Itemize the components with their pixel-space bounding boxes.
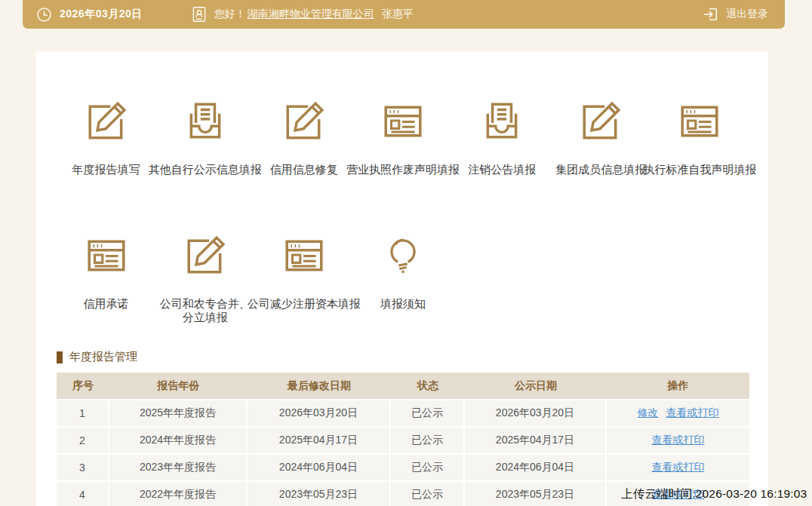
- column-header-modified-date: 最后修改日期: [248, 373, 391, 399]
- cell-modified-date: 2025年04月17日: [248, 428, 391, 453]
- cell-actions: 查看或打印: [607, 428, 749, 453]
- section-title-text: 年度报告管理: [69, 350, 137, 364]
- cell-modified-date: 2026年03月20日: [248, 400, 391, 426]
- cell-actions: 修改查看或打印: [607, 400, 749, 426]
- table-row: 12025年年度报告2026年03月20日已公示2026年03月20日修改查看或…: [57, 400, 749, 426]
- logout-button[interactable]: 退出登录: [702, 5, 785, 23]
- cell-status: 已公示: [391, 482, 465, 506]
- shortcut-label: 公司和农专合并、分立填报: [155, 297, 254, 324]
- shortcut-item[interactable]: 信用承诺: [57, 231, 155, 324]
- shortcut-label: 其他自行公示信息填报: [149, 163, 262, 176]
- edit-icon: [282, 97, 326, 146]
- edit-icon: [85, 97, 128, 146]
- cell-serial: 2: [57, 428, 109, 453]
- shortcut-item[interactable]: 信用信息修复: [254, 97, 353, 176]
- shortcut-item[interactable]: 营业执照作废声明填报: [353, 97, 452, 176]
- shortcut-label: 营业执照作废声明填报: [346, 163, 460, 176]
- main-card: 年度报告填写 其他自行公示信息填报 信用信息修复 营业执照作废声明填报 注销公告…: [36, 51, 768, 506]
- upload-time-watermark: 上传云端时间:2026-03-20 16:19:03: [621, 486, 807, 502]
- table-row: 22024年年度报告2025年04月17日已公示2025年04月17日查看或打印: [57, 428, 749, 453]
- column-header-serial: 序号: [57, 373, 109, 399]
- cell-actions: 查看或打印: [607, 455, 749, 480]
- cell-status: 已公示: [391, 455, 465, 480]
- column-header-report-year: 报告年份: [109, 373, 248, 399]
- shortcut-item[interactable]: 其他自行公示信息填报: [155, 97, 254, 176]
- shortcut-label: 信用信息修复: [270, 163, 338, 176]
- operator-name: 张惠平: [382, 8, 414, 21]
- shortcut-label: 填报须知: [380, 297, 426, 311]
- cell-report-year: 2025年年度报告: [109, 400, 248, 426]
- shortcut-label: 注销公告填报: [468, 163, 536, 176]
- cell-report-year: 2023年年度报告: [109, 455, 248, 480]
- shortcut-item[interactable]: 填报须知: [353, 231, 452, 324]
- view-or-print-link[interactable]: 查看或打印: [652, 434, 705, 447]
- cell-serial: 4: [57, 482, 109, 506]
- cell-publish-date: 2025年04月17日: [465, 428, 607, 453]
- bulb-icon: [381, 231, 425, 281]
- column-header-actions: 操作: [607, 373, 749, 399]
- shortcut-item[interactable]: 公司减少注册资本填报: [254, 231, 353, 324]
- shortcut-label: 信用承诺: [84, 297, 129, 311]
- shortcut-label: 公司减少注册资本填报: [248, 297, 361, 311]
- view-or-print-link[interactable]: 查看或打印: [652, 461, 705, 474]
- shortcut-label: 年度报告填写: [72, 163, 140, 176]
- form-icon: [282, 231, 326, 281]
- column-header-publish-date: 公示日期: [465, 373, 607, 399]
- cell-report-year: 2024年年度报告: [109, 428, 248, 453]
- logout-icon: [702, 5, 720, 23]
- cell-serial: 1: [57, 400, 109, 426]
- shortcut-item[interactable]: 集团成员信息填报: [552, 97, 651, 176]
- cell-status: 已公示: [391, 428, 465, 453]
- shortcut-item[interactable]: 公司和农专合并、分立填报: [155, 231, 254, 324]
- cell-modified-date: 2024年06月04日: [248, 455, 391, 480]
- greeting-text: 您好！: [214, 8, 246, 21]
- top-header-bar: 2026年03月20日 您好！ 湖南湘畔物业管理有限公司 张惠平 退出: [23, 0, 785, 29]
- form-icon: [678, 97, 721, 146]
- cell-report-year: 2022年年度报告: [109, 482, 248, 506]
- cell-publish-date: 2023年05月23日: [465, 482, 607, 506]
- section-title-bar: [57, 351, 63, 363]
- shortcut-label: 集团成员信息填报: [555, 163, 646, 176]
- user-id-icon: [191, 5, 208, 23]
- form-icon: [85, 231, 128, 281]
- shortcut-item[interactable]: 年度报告填写: [57, 97, 155, 176]
- form-icon: [381, 97, 425, 146]
- modify-link[interactable]: 修改: [638, 406, 659, 420]
- cell-publish-date: 2026年03月20日: [465, 400, 607, 426]
- cell-status: 已公示: [391, 400, 465, 426]
- section-title: 年度报告管理: [57, 350, 137, 364]
- topbar-left-group: 2026年03月20日 您好！ 湖南湘畔物业管理有限公司 张惠平: [23, 5, 414, 23]
- edit-icon: [183, 231, 227, 281]
- cell-modified-date: 2023年05月23日: [248, 482, 391, 506]
- clock-icon: [35, 6, 53, 23]
- shortcut-item[interactable]: 注销公告填报: [453, 97, 552, 176]
- view-or-print-link[interactable]: 查看或打印: [666, 406, 719, 420]
- company-name-link[interactable]: 湖南湘畔物业管理有限公司: [248, 8, 374, 21]
- logout-label: 退出登录: [726, 8, 768, 21]
- table-row: 32023年年度报告2024年06月04日已公示2024年06月04日查看或打印: [57, 455, 749, 480]
- user-info-group: 您好！ 湖南湘畔物业管理有限公司 张惠平: [191, 5, 414, 23]
- edit-icon: [579, 97, 623, 146]
- shortcut-item[interactable]: 执行标准自我声明填报: [651, 97, 749, 176]
- inbox-icon: [183, 97, 227, 146]
- column-header-status: 状态: [391, 373, 465, 399]
- shortcut-row-2: 信用承诺 公司和农专合并、分立填报 公司减少注册资本填报 填报须知: [57, 231, 749, 324]
- current-date: 2026年03月20日: [60, 8, 143, 21]
- table-header-row: 序号报告年份最后修改日期状态公示日期操作: [57, 373, 749, 399]
- cell-publish-date: 2024年06月04日: [465, 455, 607, 480]
- cell-serial: 3: [57, 455, 109, 480]
- shortcut-row-1: 年度报告填写 其他自行公示信息填报 信用信息修复 营业执照作废声明填报 注销公告…: [57, 97, 749, 176]
- shortcut-label: 执行标准自我声明填报: [643, 163, 756, 176]
- inbox-icon: [480, 97, 524, 146]
